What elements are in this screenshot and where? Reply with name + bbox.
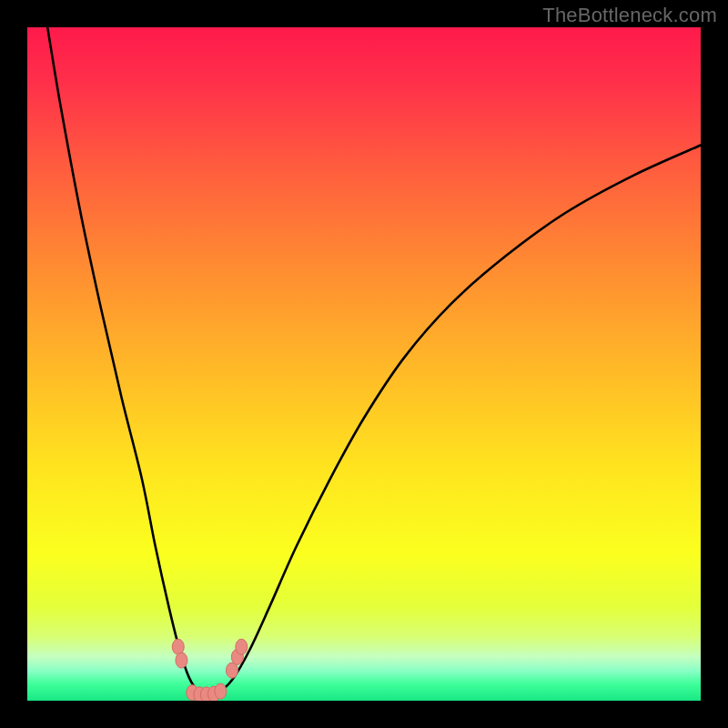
- marker-point: [226, 662, 238, 678]
- marker-point: [176, 652, 187, 668]
- plot-area: [27, 27, 701, 701]
- marker-point: [236, 639, 248, 654]
- bottleneck-curve: [47, 27, 701, 694]
- curve-layer: [27, 27, 701, 701]
- chart-frame: TheBottleneck.com: [0, 0, 728, 728]
- watermark-text: TheBottleneck.com: [542, 4, 717, 27]
- marker-point: [215, 683, 227, 699]
- curve-markers: [172, 639, 248, 701]
